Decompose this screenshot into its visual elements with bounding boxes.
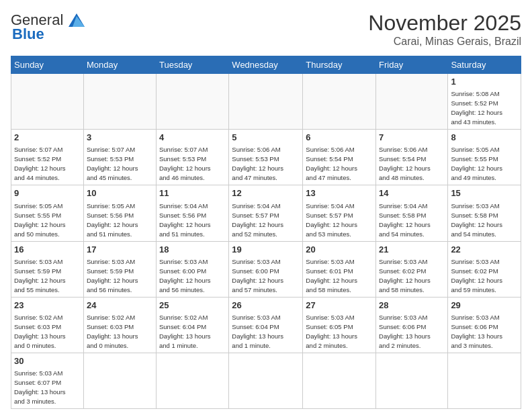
calendar-cell: 20Sunrise: 5:03 AM Sunset: 6:01 PM Dayli…	[303, 241, 376, 297]
calendar-cell: 21Sunrise: 5:03 AM Sunset: 6:02 PM Dayli…	[376, 241, 448, 297]
header: General Blue November 2025 Carai, Minas …	[11, 11, 521, 48]
day-info: Sunrise: 5:04 AM Sunset: 5:57 PM Dayligh…	[306, 202, 357, 238]
calendar-cell	[229, 353, 303, 408]
day-number: 19	[232, 244, 300, 256]
day-number: 4	[159, 132, 226, 144]
calendar-cell: 1Sunrise: 5:08 AM Sunset: 5:52 PM Daylig…	[448, 74, 521, 130]
calendar-cell: 2Sunrise: 5:07 AM Sunset: 5:52 PM Daylig…	[11, 130, 84, 185]
calendar-cell: 27Sunrise: 5:03 AM Sunset: 6:05 PM Dayli…	[303, 297, 376, 353]
calendar-cell: 16Sunrise: 5:03 AM Sunset: 5:59 PM Dayli…	[11, 241, 84, 297]
day-info: Sunrise: 5:02 AM Sunset: 6:03 PM Dayligh…	[14, 314, 66, 349]
day-info: Sunrise: 5:08 AM Sunset: 5:52 PM Dayligh…	[451, 90, 502, 126]
day-info: Sunrise: 5:03 AM Sunset: 5:58 PM Dayligh…	[451, 202, 502, 238]
day-header-thursday: Thursday	[303, 56, 376, 74]
calendar-cell	[156, 74, 228, 130]
day-number: 3	[87, 132, 153, 144]
day-number: 10	[87, 187, 153, 199]
day-info: Sunrise: 5:03 AM Sunset: 6:02 PM Dayligh…	[379, 258, 431, 293]
calendar-cell: 13Sunrise: 5:04 AM Sunset: 5:57 PM Dayli…	[303, 185, 376, 241]
calendar-cell: 12Sunrise: 5:04 AM Sunset: 5:57 PM Dayli…	[229, 185, 303, 241]
day-number: 29	[451, 300, 518, 312]
day-number: 24	[87, 300, 153, 312]
calendar-week-row: 16Sunrise: 5:03 AM Sunset: 5:59 PM Dayli…	[11, 241, 521, 297]
calendar-week-row: 9Sunrise: 5:05 AM Sunset: 5:55 PM Daylig…	[11, 185, 521, 241]
day-info: Sunrise: 5:03 AM Sunset: 6:07 PM Dayligh…	[14, 369, 66, 405]
day-number: 18	[159, 244, 226, 256]
day-info: Sunrise: 5:03 AM Sunset: 6:01 PM Dayligh…	[306, 258, 357, 293]
calendar-cell	[303, 74, 376, 130]
calendar-cell: 25Sunrise: 5:02 AM Sunset: 6:04 PM Dayli…	[156, 297, 228, 353]
logo-icon	[66, 11, 87, 30]
calendar-cell: 22Sunrise: 5:03 AM Sunset: 6:02 PM Dayli…	[448, 241, 521, 297]
day-info: Sunrise: 5:04 AM Sunset: 5:56 PM Dayligh…	[159, 202, 211, 238]
calendar-cell	[83, 353, 156, 408]
calendar-header-row: SundayMondayTuesdayWednesdayThursdayFrid…	[11, 56, 521, 74]
calendar-week-row: 2Sunrise: 5:07 AM Sunset: 5:52 PM Daylig…	[11, 130, 521, 185]
calendar-cell: 14Sunrise: 5:04 AM Sunset: 5:58 PM Dayli…	[376, 185, 448, 241]
calendar-week-row: 1Sunrise: 5:08 AM Sunset: 5:52 PM Daylig…	[11, 74, 521, 130]
day-info: Sunrise: 5:03 AM Sunset: 6:05 PM Dayligh…	[306, 314, 357, 349]
day-number: 6	[306, 132, 373, 144]
day-number: 28	[379, 300, 445, 312]
calendar-cell: 5Sunrise: 5:06 AM Sunset: 5:53 PM Daylig…	[229, 130, 303, 185]
day-info: Sunrise: 5:07 AM Sunset: 5:52 PM Dayligh…	[14, 146, 66, 181]
day-number: 26	[232, 300, 300, 312]
day-number: 12	[232, 187, 300, 199]
calendar-cell	[83, 74, 156, 130]
day-info: Sunrise: 5:05 AM Sunset: 5:55 PM Dayligh…	[14, 202, 66, 238]
day-header-friday: Friday	[376, 56, 448, 74]
day-info: Sunrise: 5:03 AM Sunset: 6:06 PM Dayligh…	[451, 314, 502, 349]
day-number: 1	[451, 76, 518, 88]
calendar-cell	[11, 74, 84, 130]
day-number: 25	[159, 300, 226, 312]
day-number: 30	[14, 355, 81, 367]
day-number: 16	[14, 244, 81, 256]
day-number: 22	[451, 244, 518, 256]
calendar-week-row: 30Sunrise: 5:03 AM Sunset: 6:07 PM Dayli…	[11, 353, 521, 408]
day-info: Sunrise: 5:06 AM Sunset: 5:53 PM Dayligh…	[232, 146, 283, 181]
day-number: 9	[14, 187, 81, 199]
day-info: Sunrise: 5:03 AM Sunset: 6:04 PM Dayligh…	[232, 314, 283, 349]
day-number: 14	[379, 187, 445, 199]
calendar-cell: 4Sunrise: 5:07 AM Sunset: 5:53 PM Daylig…	[156, 130, 228, 185]
calendar-cell: 3Sunrise: 5:07 AM Sunset: 5:53 PM Daylig…	[83, 130, 156, 185]
day-info: Sunrise: 5:03 AM Sunset: 5:59 PM Dayligh…	[14, 258, 66, 293]
day-info: Sunrise: 5:03 AM Sunset: 6:02 PM Dayligh…	[451, 258, 502, 293]
calendar-cell: 7Sunrise: 5:06 AM Sunset: 5:54 PM Daylig…	[376, 130, 448, 185]
day-info: Sunrise: 5:03 AM Sunset: 6:06 PM Dayligh…	[379, 314, 431, 349]
day-info: Sunrise: 5:04 AM Sunset: 5:57 PM Dayligh…	[232, 202, 283, 238]
day-header-saturday: Saturday	[448, 56, 521, 74]
day-number: 20	[306, 244, 373, 256]
calendar-cell: 28Sunrise: 5:03 AM Sunset: 6:06 PM Dayli…	[376, 297, 448, 353]
day-header-wednesday: Wednesday	[229, 56, 303, 74]
logo: General Blue	[11, 11, 87, 43]
calendar-cell: 18Sunrise: 5:03 AM Sunset: 6:00 PM Dayli…	[156, 241, 228, 297]
calendar-cell: 15Sunrise: 5:03 AM Sunset: 5:58 PM Dayli…	[448, 185, 521, 241]
day-info: Sunrise: 5:05 AM Sunset: 5:55 PM Dayligh…	[451, 146, 502, 181]
day-info: Sunrise: 5:05 AM Sunset: 5:56 PM Dayligh…	[87, 202, 138, 238]
logo-blue-text: Blue	[12, 26, 44, 43]
day-header-tuesday: Tuesday	[156, 56, 228, 74]
day-header-monday: Monday	[83, 56, 156, 74]
day-number: 13	[306, 187, 373, 199]
day-number: 27	[306, 300, 373, 312]
day-number: 15	[451, 187, 518, 199]
day-info: Sunrise: 5:04 AM Sunset: 5:58 PM Dayligh…	[379, 202, 431, 238]
day-info: Sunrise: 5:02 AM Sunset: 6:03 PM Dayligh…	[87, 314, 138, 349]
calendar-cell: 8Sunrise: 5:05 AM Sunset: 5:55 PM Daylig…	[448, 130, 521, 185]
title-area: November 2025 Carai, Minas Gerais, Brazi…	[368, 11, 521, 48]
day-number: 8	[451, 132, 518, 144]
day-info: Sunrise: 5:07 AM Sunset: 5:53 PM Dayligh…	[87, 146, 138, 181]
calendar-cell	[376, 353, 448, 408]
month-title: November 2025	[368, 11, 521, 36]
calendar-cell	[448, 353, 521, 408]
day-number: 7	[379, 132, 445, 144]
calendar-cell: 10Sunrise: 5:05 AM Sunset: 5:56 PM Dayli…	[83, 185, 156, 241]
day-info: Sunrise: 5:03 AM Sunset: 6:00 PM Dayligh…	[159, 258, 211, 293]
calendar-cell	[303, 353, 376, 408]
calendar-cell: 17Sunrise: 5:03 AM Sunset: 5:59 PM Dayli…	[83, 241, 156, 297]
calendar-table: SundayMondayTuesdayWednesdayThursdayFrid…	[11, 56, 521, 409]
calendar-cell	[156, 353, 228, 408]
day-number: 21	[379, 244, 445, 256]
calendar-cell: 29Sunrise: 5:03 AM Sunset: 6:06 PM Dayli…	[448, 297, 521, 353]
